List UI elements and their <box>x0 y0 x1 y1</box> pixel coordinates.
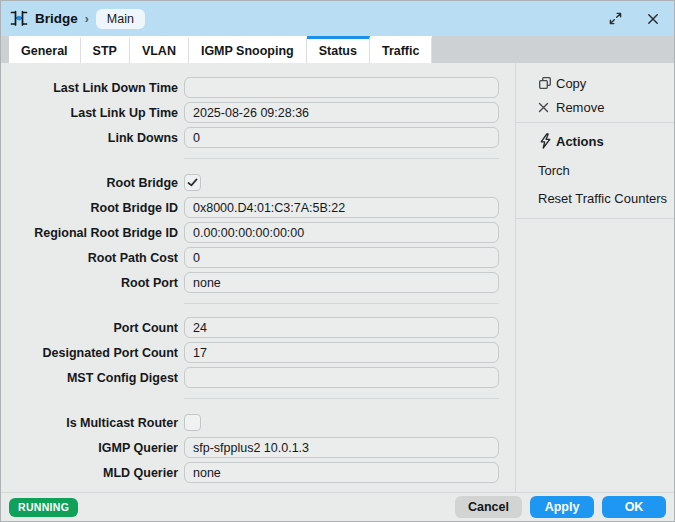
igmp-querier-input[interactable]: sfp-sfpplus2 10.0.1.3 <box>184 437 499 458</box>
mld-querier-input[interactable]: none <box>184 462 499 483</box>
field-label-igmp-querier: IGMP Querier <box>1 441 184 455</box>
sidebar-actions-header: Actions <box>516 128 674 154</box>
sidebar-divider <box>516 122 674 123</box>
remove-icon <box>538 102 556 113</box>
sidebar-item-label: Copy <box>556 76 586 91</box>
footer-buttons: CancelApplyOK <box>455 496 666 518</box>
tab-vlan[interactable]: VLAN <box>130 36 189 63</box>
form-row-igmp-querier: IGMP Queriersfp-sfpplus2 10.0.1.3 <box>1 437 515 458</box>
field-label-last-link-down-time: Last Link Down Time <box>1 81 184 95</box>
form-row-root-bridge-id: Root Bridge ID0x8000.D4:01:C3:7A:5B:22 <box>1 197 515 218</box>
link-downs-input[interactable]: 0 <box>184 127 499 148</box>
field-label-mld-querier: MLD Querier <box>1 466 184 480</box>
form-group-divider <box>184 398 499 399</box>
form-row-mld-querier: MLD Queriernone <box>1 462 515 483</box>
bridge-dialog-window: Bridge › Main GeneralSTPVLANIGMP Snoopin… <box>0 0 675 522</box>
tab-igmp-snooping[interactable]: IGMP Snooping <box>189 36 307 63</box>
field-label-link-downs: Link Downs <box>1 131 184 145</box>
field-label-mst-config-digest: MST Config Digest <box>1 371 184 385</box>
port-count-input[interactable]: 24 <box>184 317 499 338</box>
breadcrumb-separator: › <box>85 12 89 26</box>
sidebar-action-torch[interactable]: Torch <box>516 158 674 182</box>
window-titlebar: Bridge › Main <box>1 1 674 36</box>
last-link-up-time-input[interactable]: 2025-08-26 09:28:36 <box>184 102 499 123</box>
field-label-root-path-cost: Root Path Cost <box>1 251 184 265</box>
form-row-root-bridge: Root Bridge <box>1 172 515 193</box>
field-label-regional-root-bridge-id: Regional Root Bridge ID <box>1 226 184 240</box>
sidebar-item-copy[interactable]: Copy <box>516 71 674 95</box>
field-label-designated-port-count: Designated Port Count <box>1 346 184 360</box>
breadcrumb-current: Main <box>96 9 145 29</box>
root-bridge-id-input[interactable]: 0x8000.D4:01:C3:7A:5B:22 <box>184 197 499 218</box>
last-link-down-time-input[interactable] <box>184 77 499 98</box>
action-sidebar: CopyRemoveActionsTorchReset Traffic Coun… <box>515 63 674 492</box>
sidebar-item-label: Remove <box>556 100 604 115</box>
bridge-icon <box>9 10 29 27</box>
apply-button[interactable]: Apply <box>530 496 594 518</box>
form-row-link-downs: Link Downs0 <box>1 127 515 148</box>
field-label-is-multicast-router: Is Multicast Router <box>1 416 184 430</box>
designated-port-count-input[interactable]: 17 <box>184 342 499 363</box>
root-bridge-checkbox[interactable] <box>184 174 201 191</box>
is-multicast-router-checkbox[interactable] <box>184 414 201 431</box>
form-row-is-multicast-router: Is Multicast Router <box>1 412 515 433</box>
field-label-port-count: Port Count <box>1 321 184 335</box>
cancel-button[interactable]: Cancel <box>455 496 522 518</box>
form-row-root-port: Root Portnone <box>1 272 515 293</box>
root-port-input[interactable]: none <box>184 272 499 293</box>
form-group-divider <box>184 303 499 304</box>
sidebar-divider <box>516 218 674 219</box>
field-label-root-port: Root Port <box>1 276 184 290</box>
form-row-port-count: Port Count24 <box>1 317 515 338</box>
tab-bar: GeneralSTPVLANIGMP SnoopingStatusTraffic <box>1 36 674 63</box>
sidebar-action-label: Torch <box>538 163 570 178</box>
sidebar-action-reset-traffic-counters[interactable]: Reset Traffic Counters <box>516 186 674 210</box>
form-row-last-link-down-time: Last Link Down Time <box>1 77 515 98</box>
field-label-root-bridge: Root Bridge <box>1 176 184 190</box>
status-form: Last Link Down TimeLast Link Up Time2025… <box>1 63 515 492</box>
field-label-last-link-up-time: Last Link Up Time <box>1 106 184 120</box>
tab-traffic[interactable]: Traffic <box>370 36 433 63</box>
maximize-icon[interactable] <box>606 10 624 28</box>
regional-root-bridge-id-input[interactable]: 0.00:00:00:00:00:00 <box>184 222 499 243</box>
lightning-bolt-icon <box>538 133 556 149</box>
form-row-designated-port-count: Designated Port Count17 <box>1 342 515 363</box>
window-controls <box>606 10 662 28</box>
close-icon[interactable] <box>644 10 662 28</box>
mst-config-digest-input[interactable] <box>184 367 499 388</box>
sidebar-action-label: Reset Traffic Counters <box>538 191 667 206</box>
tab-general[interactable]: General <box>9 36 81 63</box>
form-row-regional-root-bridge-id: Regional Root Bridge ID0.00:00:00:00:00:… <box>1 222 515 243</box>
window-title: Bridge <box>35 11 78 26</box>
form-row-last-link-up-time: Last Link Up Time2025-08-26 09:28:36 <box>1 102 515 123</box>
form-row-mst-config-digest: MST Config Digest <box>1 367 515 388</box>
sidebar-actions-label: Actions <box>556 134 604 149</box>
form-group-divider <box>184 158 499 159</box>
field-label-root-bridge-id: Root Bridge ID <box>1 201 184 215</box>
status-badge: RUNNING <box>9 498 78 517</box>
footer-bar: RUNNING CancelApplyOK <box>1 492 674 521</box>
form-row-root-path-cost: Root Path Cost0 <box>1 247 515 268</box>
tab-status[interactable]: Status <box>307 36 370 63</box>
copy-icon <box>538 76 556 90</box>
root-path-cost-input[interactable]: 0 <box>184 247 499 268</box>
ok-button[interactable]: OK <box>602 496 666 518</box>
tab-stp[interactable]: STP <box>81 36 130 63</box>
sidebar-item-remove[interactable]: Remove <box>516 95 674 119</box>
